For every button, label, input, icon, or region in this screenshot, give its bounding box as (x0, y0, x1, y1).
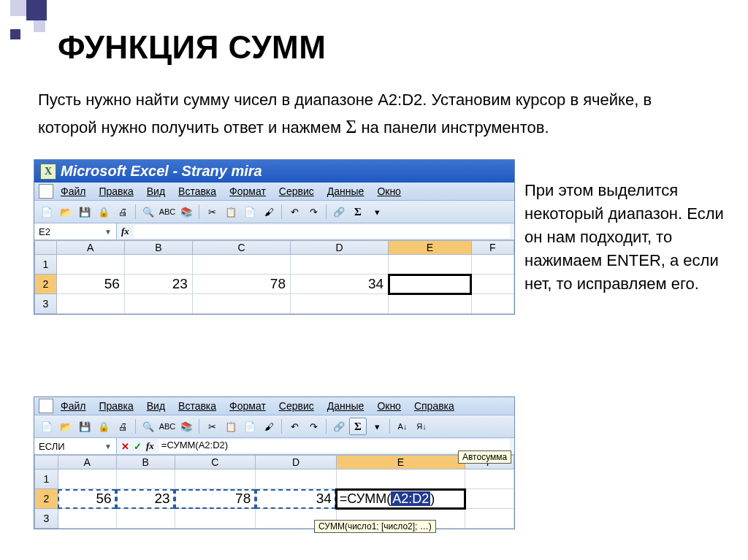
cell-b3[interactable] (116, 509, 175, 529)
cell-a3[interactable] (58, 509, 116, 529)
paste-icon[interactable]: 📄 (241, 203, 259, 220)
print-icon[interactable]: 🖨 (114, 203, 131, 220)
cell-f1[interactable] (471, 255, 514, 275)
menu-insert[interactable]: Вставка (172, 399, 222, 413)
namebox-dropdown-icon[interactable]: ▼ (104, 228, 112, 236)
col-header-e[interactable]: E (389, 241, 472, 255)
menu-help[interactable]: Справка (408, 399, 460, 413)
cancel-icon[interactable]: ✕ (121, 441, 129, 452)
cell-a1[interactable] (56, 255, 124, 275)
permission-icon[interactable]: 🔒 (95, 203, 112, 220)
namebox-dropdown-icon[interactable]: ▼ (104, 442, 112, 450)
sort-asc-icon[interactable]: A↓ (394, 418, 411, 435)
cut-icon[interactable]: ✂ (203, 418, 221, 435)
dropdown-icon[interactable]: ▾ (368, 203, 386, 220)
col-header-c[interactable]: C (192, 241, 290, 255)
menu-insert[interactable]: Вставка (172, 184, 222, 199)
print-icon[interactable]: 🖨 (114, 418, 131, 435)
col-header-b[interactable]: B (116, 456, 175, 469)
cell-c3[interactable] (192, 294, 290, 314)
print-preview-icon[interactable]: 🔍 (140, 203, 157, 220)
format-painter-icon[interactable]: 🖌 (260, 418, 278, 435)
menu-tools[interactable]: Сервис (273, 184, 320, 199)
cell-c3[interactable] (175, 509, 256, 529)
menu-format[interactable]: Формат (224, 184, 272, 199)
fx-icon[interactable]: fx (146, 440, 154, 452)
row-header-3[interactable]: 3 (35, 294, 57, 314)
menu-format[interactable]: Формат (224, 399, 272, 413)
col-header-d[interactable]: D (256, 456, 337, 469)
cell-b2[interactable]: 23 (116, 489, 175, 509)
cell-e1[interactable] (389, 255, 472, 275)
spellcheck-icon[interactable]: ABC (159, 418, 176, 435)
cell-a3[interactable] (56, 294, 124, 314)
cell-f2[interactable] (471, 275, 514, 294)
cell-e2-active[interactable] (389, 275, 472, 294)
cell-b2[interactable]: 23 (124, 275, 192, 294)
col-header-a[interactable]: A (56, 241, 124, 255)
row-header-3[interactable]: 3 (35, 509, 58, 529)
permission-icon[interactable]: 🔒 (95, 418, 112, 435)
redo-icon[interactable]: ↷ (305, 418, 322, 435)
name-box[interactable]: E2 ▼ (34, 223, 117, 239)
copy-icon[interactable]: 📋 (222, 418, 240, 435)
menu-window[interactable]: Окно (371, 184, 407, 199)
save-icon[interactable]: 💾 (76, 418, 94, 435)
open-icon[interactable]: 📂 (57, 418, 75, 435)
menu-edit[interactable]: Правка (93, 184, 139, 199)
cell-e3[interactable] (389, 294, 472, 314)
formula-input-2[interactable]: =СУММ(A2:D2) (159, 440, 510, 453)
col-header-c[interactable]: C (175, 456, 256, 469)
enter-icon[interactable]: ✓ (134, 441, 142, 452)
formula-input[interactable] (134, 225, 510, 238)
row-header-2[interactable]: 2 (35, 275, 57, 294)
paste-icon[interactable]: 📄 (241, 418, 259, 435)
cell-d2[interactable]: 34 (256, 489, 337, 509)
print-preview-icon[interactable]: 🔍 (140, 418, 157, 435)
cell-d1[interactable] (256, 469, 337, 489)
menu-tools[interactable]: Сервис (273, 399, 320, 413)
sort-desc-icon[interactable]: Я↓ (413, 418, 430, 435)
menu-window[interactable]: Окно (371, 399, 407, 413)
hyperlink-icon[interactable]: 🔗 (330, 203, 348, 220)
cell-f3[interactable] (471, 294, 514, 314)
new-icon[interactable]: 📄 (38, 203, 56, 220)
open-icon[interactable]: 📂 (57, 203, 75, 220)
select-all-corner[interactable] (35, 241, 57, 255)
select-all-corner[interactable] (35, 456, 58, 469)
cell-f1[interactable] (465, 469, 514, 489)
redo-icon[interactable]: ↷ (305, 203, 322, 220)
copy-icon[interactable]: 📋 (222, 203, 240, 220)
menu-view[interactable]: Вид (141, 184, 171, 199)
format-painter-icon[interactable]: 🖌 (260, 203, 278, 220)
cell-b3[interactable] (124, 294, 192, 314)
research-icon[interactable]: 📚 (178, 203, 195, 220)
dropdown-icon[interactable]: ▾ (368, 418, 386, 435)
undo-icon[interactable]: ↶ (286, 418, 303, 435)
row-header-1[interactable]: 1 (35, 255, 57, 275)
name-box-2[interactable]: ЕСЛИ ▼ (34, 438, 117, 454)
row-header-1[interactable]: 1 (35, 469, 58, 489)
cell-a1[interactable] (58, 469, 116, 489)
menu-data[interactable]: Данные (321, 399, 370, 413)
col-header-f[interactable]: F (471, 241, 514, 255)
menu-file[interactable]: Файл (55, 184, 91, 199)
menu-file[interactable]: Файл (55, 399, 91, 413)
cell-e2-editing[interactable]: =СУММ(A2:D2) (336, 489, 465, 509)
cell-a2[interactable]: 56 (56, 275, 124, 294)
menu-edit[interactable]: Правка (93, 399, 139, 413)
cell-f2[interactable] (465, 489, 514, 509)
cell-c2[interactable]: 78 (192, 275, 290, 294)
cell-d2[interactable]: 34 (290, 275, 388, 294)
col-header-d[interactable]: D (290, 241, 388, 255)
col-header-e[interactable]: E (336, 456, 465, 469)
col-header-a[interactable]: A (58, 456, 116, 469)
cell-b1[interactable] (116, 469, 175, 489)
autosum-icon[interactable]: Σ (349, 203, 367, 220)
menu-data[interactable]: Данные (321, 184, 370, 199)
col-header-b[interactable]: B (124, 241, 192, 255)
row-header-2[interactable]: 2 (35, 489, 58, 509)
cell-c1[interactable] (175, 469, 256, 489)
cell-c2[interactable]: 78 (175, 489, 256, 509)
cell-d1[interactable] (290, 255, 388, 275)
